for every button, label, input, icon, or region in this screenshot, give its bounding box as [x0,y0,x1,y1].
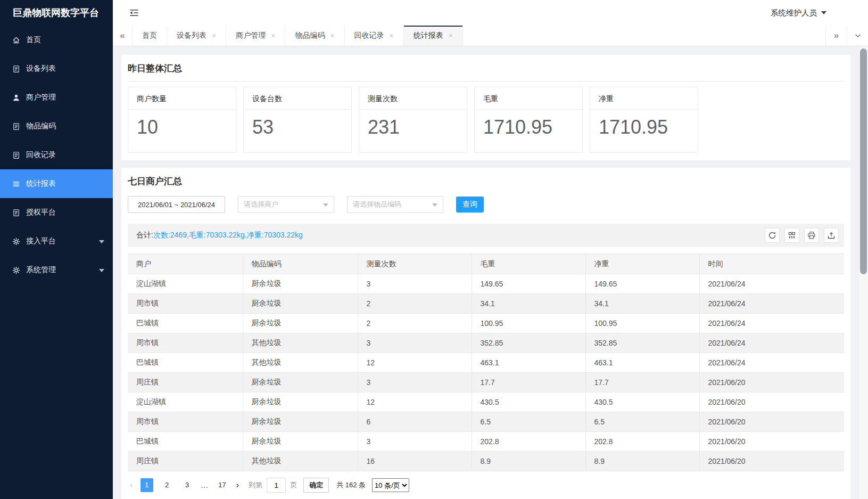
column-header-measure-count: 测量次数 [358,254,472,274]
close-icon[interactable]: × [271,32,275,39]
caret-down-icon [432,203,437,207]
home-icon [12,36,20,44]
cell-gross-weight: 202.8 [472,432,585,452]
confirm-page-button[interactable]: 确定 [303,478,329,493]
prev-page-button[interactable]: ‹ [130,480,133,490]
sidebar-item-access-platform[interactable]: 接入平台 [0,227,113,256]
column-header-merchant: 商户 [128,254,243,274]
sidebar-item-home[interactable]: 首页 [0,26,113,54]
cell-item-code: 厨余垃圾 [243,392,358,412]
sidebar-item-recycle-records[interactable]: 回收记录 [0,141,113,169]
total-count-label: 共 162 条 [336,480,366,490]
totals-value: 次数:2469,毛重:70303.22kg,净重:70303.22kg [153,231,303,239]
goto-page-label: 到第 [249,480,262,490]
cell-time: 2021/06/20 [699,392,844,412]
sidebar-item-device-list[interactable]: 设备列表 [0,54,113,83]
close-icon[interactable]: × [330,32,334,39]
cell-net-weight: 6.5 [585,412,699,432]
page-unit-label: 页 [290,480,297,490]
table-row: 周市镇厨余垃圾234.134.12021/06/24 [128,294,844,314]
report-panel-title: 七日商户汇总 [128,175,844,187]
tab-recycle-records[interactable]: 回收记录 × [345,26,404,46]
yesterday-summary-panel: 昨日整体汇总 商户数量 10 设备台数 53 测量次数 231 毛重 1710.… [121,55,850,160]
sidebar-item-system-mgmt[interactable]: 系统管理 [0,256,113,284]
table-row: 淀山湖镇厨余垃圾12430.5430.52021/06/20 [128,392,844,412]
summary-panel-title: 昨日整体汇总 [128,62,844,81]
card-label: 测量次数 [359,87,467,110]
tab-device-list[interactable]: 设备列表 × [167,26,226,46]
sidebar-item-merchant-mgmt[interactable]: 商户管理 [0,83,113,112]
tabs-scroll-left-button[interactable]: « [113,26,133,46]
page-button-2[interactable]: 2 [161,478,173,492]
page-button-17[interactable]: 17 [216,478,229,492]
goto-page-input[interactable] [267,478,286,493]
page-button-1[interactable]: 1 [140,478,153,492]
cell-item-code: 其他垃圾 [243,353,358,373]
sidebar-item-statistics-report[interactable]: 统计报表 [0,169,113,198]
sidebar-item-label: 接入平台 [26,236,56,246]
card-gross-weight: 毛重 1710.95 [474,87,583,153]
date-range-input[interactable] [128,196,225,213]
cell-net-weight: 430.5 [585,392,699,412]
page-button-3[interactable]: 3 [181,478,194,492]
tab-home[interactable]: 首页 [133,26,167,46]
table-row: 周庄镇厨余垃圾317.717.72021/06/20 [128,373,844,392]
column-header-gross-weight: 毛重 [472,254,585,274]
table-row: 巴城镇厨余垃圾2100.95100.952021/06/24 [128,314,844,333]
tab-statistics-report[interactable]: 统计报表 × [404,26,463,46]
tab-item-code[interactable]: 物品编码 × [285,26,344,46]
merchant-select[interactable]: 请选择商户 [238,196,334,213]
cell-merchant: 巴城镇 [128,353,243,373]
cell-merchant: 周市镇 [128,294,243,314]
column-header-net-weight: 净重 [585,254,699,274]
columns-button[interactable] [784,228,799,243]
cell-merchant: 淀山湖镇 [128,392,243,412]
tabs-menu-button[interactable] [847,26,868,46]
close-icon[interactable]: × [449,32,453,39]
close-icon[interactable]: × [212,32,216,39]
user-menu[interactable]: 系统维护人员 [771,0,826,26]
query-button[interactable]: 查询 [456,197,484,212]
columns-icon [788,231,796,240]
card-value: 53 [244,110,351,138]
user-name: 系统维护人员 [771,8,817,18]
document-icon [12,208,20,217]
cell-time: 2021/06/24 [699,294,844,314]
cell-net-weight: 352.85 [585,333,699,353]
tab-merchant-mgmt[interactable]: 商户管理 × [226,26,285,46]
vertical-scrollbar[interactable] [859,46,868,499]
scrollbar-thumb[interactable] [860,48,867,274]
item-code-select[interactable]: 请选择物品编码 [347,196,443,213]
tabbar-spacer [463,26,825,46]
tabs-scroll-right-button[interactable]: » [825,26,847,46]
sidebar-collapse-icon[interactable] [129,9,139,17]
cell-time: 2021/06/20 [699,432,844,452]
refresh-button[interactable] [765,228,780,243]
cell-gross-weight: 430.5 [472,392,585,412]
cell-item-code: 厨余垃圾 [243,274,358,294]
cell-time: 2021/06/24 [699,353,844,373]
cell-merchant: 周市镇 [128,333,243,353]
card-label: 商户数量 [128,87,236,110]
cell-time: 2021/06/24 [699,274,844,294]
cell-gross-weight: 149.65 [472,274,585,294]
export-button[interactable] [824,228,839,243]
card-label: 毛重 [475,87,582,110]
chevron-down-icon [99,269,104,272]
table-toolbar [765,228,839,243]
document-icon [12,64,20,73]
sidebar-item-item-code[interactable]: 物品编码 [0,112,113,141]
card-value: 10 [128,110,236,138]
next-page-button[interactable]: › [236,480,239,490]
tab-label: 首页 [142,31,157,40]
cell-item-code: 厨余垃圾 [243,432,358,452]
cell-time: 2021/06/20 [699,373,844,392]
seven-day-report-panel: 七日商户汇总 请选择商户 请选择物品编码 查询 合计:次数:2469,毛重:70… [121,168,850,499]
print-button[interactable] [804,228,819,243]
menu-icon [12,179,20,188]
cell-gross-weight: 17.7 [472,373,585,392]
close-icon[interactable]: × [390,32,394,39]
sidebar-item-authorized-platform[interactable]: 授权平台 [0,198,113,227]
page-size-select[interactable]: 10 条/页 [372,478,409,492]
cell-item-code: 其他垃圾 [243,452,358,471]
